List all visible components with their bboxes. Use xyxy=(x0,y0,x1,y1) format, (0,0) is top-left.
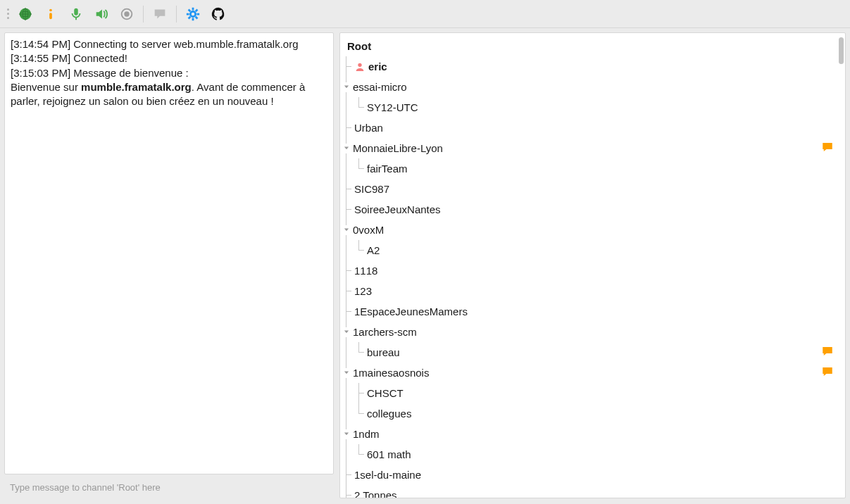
welcome-pre: Bienvenue sur xyxy=(11,81,81,93)
comment-icon[interactable] xyxy=(821,345,834,360)
speaker-icon[interactable] xyxy=(89,2,113,26)
channel-name: Root xyxy=(347,40,842,52)
log-panel: [3:14:54 PM] Connecting to server web.mu… xyxy=(4,32,334,474)
channel-name: SIC987 xyxy=(354,183,842,195)
channel-name: 601 math xyxy=(367,448,842,460)
tree-channel[interactable]: 2 Tonnes xyxy=(340,485,842,498)
tree-channel[interactable]: SY12-UTC xyxy=(340,97,842,118)
welcome-message: Bienvenue sur mumble.framatalk.org. Avan… xyxy=(11,80,327,109)
toolbar-handle[interactable] xyxy=(4,8,12,19)
log-timestamp: [3:14:55 PM] xyxy=(11,52,70,64)
github-icon[interactable] xyxy=(206,2,230,26)
channel-name: fairTeam xyxy=(367,163,842,175)
tree-channel[interactable]: 1archers-scm xyxy=(340,322,842,342)
tree-channel[interactable]: 601 math xyxy=(340,444,842,465)
mic-icon[interactable] xyxy=(64,2,88,26)
expand-arrow[interactable] xyxy=(342,368,351,378)
tree-user[interactable]: eric xyxy=(340,56,842,77)
chat-icon[interactable] xyxy=(148,2,172,26)
record-icon[interactable] xyxy=(115,2,139,26)
toolbar-separator xyxy=(176,6,177,23)
message-input[interactable] xyxy=(8,481,330,493)
channel-name: 1118 xyxy=(354,265,842,277)
expand-arrow[interactable] xyxy=(342,225,351,235)
main-split: [3:14:54 PM] Connecting to server web.mu… xyxy=(0,28,850,504)
expand-arrow[interactable] xyxy=(342,327,351,337)
log-line: [3:14:55 PM] Connected! xyxy=(11,51,327,65)
user-name: eric xyxy=(368,61,842,73)
log-text: Message de bienvenue : xyxy=(70,67,189,79)
tree-channel[interactable]: CHSCT xyxy=(340,383,842,403)
tree-channel[interactable]: essai-micro xyxy=(340,77,842,97)
log-text: Connecting to server web.mumble.framatal… xyxy=(70,38,298,50)
message-input-wrapper xyxy=(4,479,334,498)
channel-root[interactable]: Root xyxy=(340,36,842,56)
tree-channel[interactable]: bureau xyxy=(340,342,842,363)
tree-channel[interactable]: MonnaieLibre-Lyon xyxy=(340,138,842,158)
user-icon xyxy=(354,61,365,73)
channel-name: 123 xyxy=(354,285,842,297)
tree-channel[interactable]: 1118 xyxy=(340,260,842,281)
channel-tree[interactable]: Rootericessai-microSY12-UTCUrbanMonnaieL… xyxy=(340,33,845,498)
log-timestamp: [3:15:03 PM] xyxy=(11,67,70,79)
log-text: Connected! xyxy=(70,52,127,64)
tree-channel[interactable]: SIC987 xyxy=(340,179,842,199)
channel-name: 1EspaceJeunesMamers xyxy=(354,305,842,317)
tree-channel[interactable]: Urban xyxy=(340,118,842,138)
expand-arrow[interactable] xyxy=(342,144,351,153)
tree-channel[interactable]: 1ndm xyxy=(340,424,842,444)
channel-name: SY12-UTC xyxy=(367,101,842,113)
channel-name: Urban xyxy=(354,122,842,134)
channel-name: 2 Tonnes xyxy=(354,489,842,498)
channel-name: A2 xyxy=(367,244,842,256)
channel-name: 1mainesaosnois xyxy=(353,367,821,379)
channel-name: SoireeJeuxNantes xyxy=(354,203,842,215)
tree-channel[interactable]: 1mainesaosnois xyxy=(340,363,842,383)
channel-name: CHSCT xyxy=(367,387,842,399)
channel-name: essai-micro xyxy=(353,81,842,93)
tree-channel[interactable]: 1sel-du-maine xyxy=(340,465,842,485)
tree-channel[interactable]: 1EspaceJeunesMamers xyxy=(340,301,842,322)
channel-name: bureau xyxy=(367,346,821,358)
expand-arrow[interactable] xyxy=(342,429,351,439)
channel-panel: Rootericessai-microSY12-UTCUrbanMonnaieL… xyxy=(339,32,846,498)
channel-name: 1sel-du-maine xyxy=(354,469,842,481)
gear-icon[interactable] xyxy=(181,2,205,26)
tree-channel[interactable]: 0voxM xyxy=(340,220,842,240)
tree-channel[interactable]: 123 xyxy=(340,281,842,301)
expand-arrow[interactable] xyxy=(342,82,351,92)
globe-icon[interactable] xyxy=(13,2,37,26)
comment-icon[interactable] xyxy=(821,141,834,156)
tree-channel[interactable]: SoireeJeuxNantes xyxy=(340,199,842,220)
tree-channel[interactable]: A2 xyxy=(340,240,842,260)
channel-name: MonnaieLibre-Lyon xyxy=(353,142,821,154)
log-timestamp: [3:14:54 PM] xyxy=(11,38,70,50)
toolbar xyxy=(0,0,850,28)
tree-channel[interactable]: fairTeam xyxy=(340,158,842,179)
toolbar-separator xyxy=(143,6,144,23)
left-column: [3:14:54 PM] Connecting to server web.mu… xyxy=(4,32,334,498)
log-line: [3:15:03 PM] Message de bienvenue : xyxy=(11,66,327,80)
tree-channel[interactable]: collegues xyxy=(340,403,842,424)
channel-name: collegues xyxy=(367,408,842,420)
welcome-host: mumble.framatalk.org xyxy=(81,81,192,93)
log-line: [3:14:54 PM] Connecting to server web.mu… xyxy=(11,37,327,51)
channel-name: 1archers-scm xyxy=(353,326,842,338)
channel-name: 0voxM xyxy=(353,224,842,236)
channel-name: 1ndm xyxy=(353,428,842,440)
info-icon[interactable] xyxy=(39,2,63,26)
comment-icon[interactable] xyxy=(821,365,834,380)
